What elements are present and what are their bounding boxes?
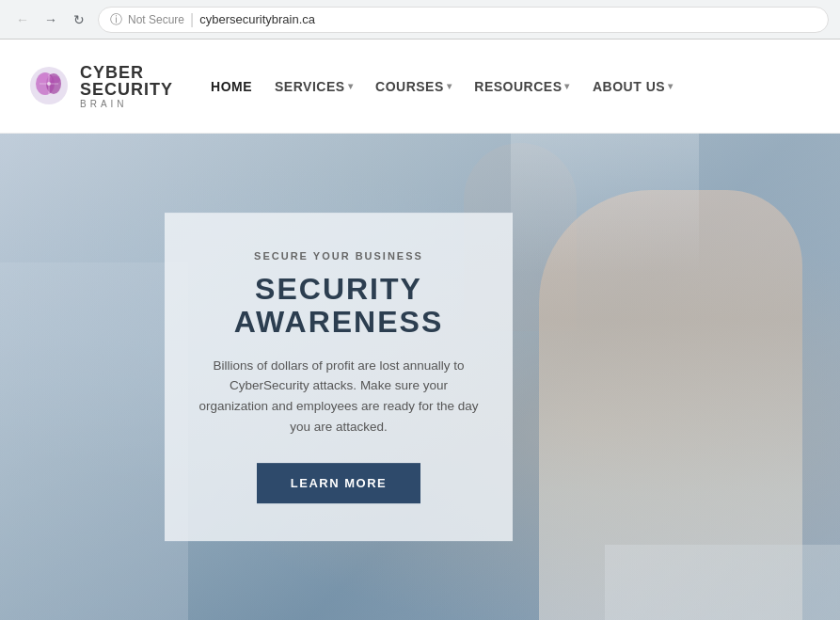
logo-brain: BRAIN — [80, 100, 173, 109]
nav-resources[interactable]: RESOURCES ▾ — [474, 79, 570, 94]
bg-laptop — [605, 545, 840, 620]
services-chevron: ▾ — [348, 81, 354, 91]
logo-cyber: CYBER — [80, 64, 173, 81]
hero-section: SECURE YOUR BUSINESS SECURITY AWARENESS … — [0, 134, 840, 620]
learn-more-button[interactable]: LEARN MORE — [257, 463, 420, 503]
main-nav: HOME SERVICES ▾ COURSES ▾ RESOURCES ▾ AB… — [211, 79, 674, 94]
browser-nav-buttons: ← → ↻ — [11, 8, 90, 31]
hero-description: Billions of dollars of profit are lost a… — [198, 356, 480, 437]
address-separator: | — [190, 11, 194, 28]
back-button[interactable]: ← — [11, 8, 34, 31]
site-header: CYBER SECURITY BRAIN HOME SERVICES ▾ COU… — [0, 40, 840, 134]
not-secure-icon: ⓘ — [110, 11, 122, 28]
resources-chevron: ▾ — [564, 81, 570, 91]
logo-icon — [28, 65, 71, 107]
not-secure-label: Not Secure — [128, 13, 184, 26]
courses-chevron: ▾ — [447, 81, 452, 91]
svg-point-4 — [49, 76, 60, 84]
about-chevron: ▾ — [668, 81, 674, 91]
browser-chrome: ← → ↻ ⓘ Not Secure | cybersecuritybrain.… — [0, 0, 840, 40]
bg-desk — [0, 262, 188, 620]
nav-courses[interactable]: COURSES ▾ — [375, 79, 452, 94]
nav-about-us[interactable]: ABOUT US ▾ — [593, 79, 674, 94]
url-display: cybersecuritybrain.ca — [199, 12, 315, 26]
hero-content-box: SECURE YOUR BUSINESS SECURITY AWARENESS … — [165, 213, 513, 542]
address-bar[interactable]: ⓘ Not Secure | cybersecuritybrain.ca — [98, 7, 829, 33]
bg-window-light — [511, 134, 699, 275]
nav-services[interactable]: SERVICES ▾ — [275, 79, 353, 94]
logo-security: SECURITY — [80, 81, 173, 98]
logo-text: CYBER SECURITY BRAIN — [80, 64, 173, 109]
hero-title: SECURITY AWARENESS — [198, 273, 480, 339]
hero-subtitle: SECURE YOUR BUSINESS — [198, 250, 480, 262]
forward-button[interactable]: → — [40, 8, 62, 31]
svg-point-7 — [47, 82, 51, 86]
logo-area[interactable]: CYBER SECURITY BRAIN — [28, 64, 173, 109]
nav-home[interactable]: HOME — [211, 79, 252, 94]
reload-button[interactable]: ↻ — [68, 8, 90, 31]
